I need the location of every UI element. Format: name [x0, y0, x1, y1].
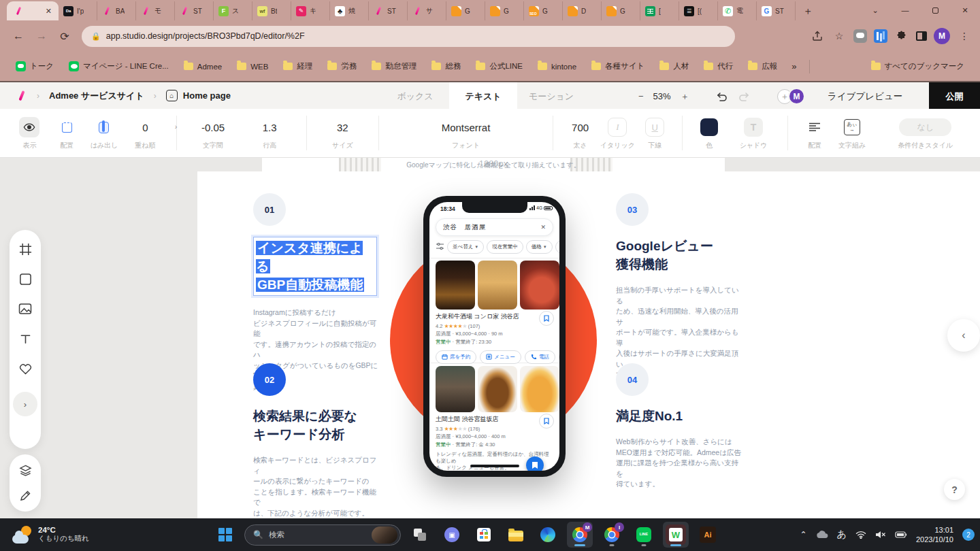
- line-taskbar-icon[interactable]: [631, 522, 657, 548]
- taskbar-weather-widget[interactable]: 24°C くもりのち晴れ: [7, 518, 95, 551]
- bookmark-item[interactable]: 経理: [277, 58, 318, 76]
- inspector-フォント[interactable]: Montserratフォント: [387, 109, 544, 157]
- bookmark-item[interactable]: kintone: [532, 58, 583, 76]
- taskview-taskbar-icon[interactable]: [407, 522, 433, 548]
- inspector-はみ出し[interactable]: はみ出し: [86, 109, 123, 157]
- bookmark-item[interactable]: トーク: [10, 58, 60, 76]
- browser-tab[interactable]: BA: [97, 1, 136, 20]
- bookmark-item[interactable]: Admee: [178, 58, 228, 76]
- illustrator-taskbar-icon[interactable]: Ai: [695, 522, 721, 548]
- bookmarks-overflow-button[interactable]: »: [786, 61, 802, 71]
- share-icon[interactable]: [810, 29, 825, 44]
- warm-interior-photo[interactable]: [478, 261, 517, 310]
- collaborator-avatar[interactable]: M: [788, 88, 805, 105]
- browser-tab[interactable]: ♣焼: [330, 1, 369, 20]
- volume-muted-icon[interactable]: [875, 531, 886, 539]
- browser-tab[interactable]: 電: [718, 1, 757, 20]
- browser-tab[interactable]: DaI'p: [59, 1, 97, 20]
- bookmark-item[interactable]: 労務: [321, 58, 363, 76]
- w-app-taskbar-icon[interactable]: W: [663, 522, 689, 548]
- color-swatch[interactable]: [700, 118, 718, 136]
- filter-icon[interactable]: [436, 241, 444, 253]
- bookmark-item[interactable]: 総務: [425, 58, 467, 76]
- 席を予約-button[interactable]: 席を予約: [436, 350, 476, 364]
- zoom-in-button[interactable]: ＋: [681, 90, 689, 103]
- inspector-条件付きスタイル[interactable]: なし条件付きスタイル: [870, 109, 980, 157]
- tab-close-icon[interactable]: ✕: [46, 7, 52, 16]
- inspector-下線[interactable]: U下線: [636, 109, 674, 157]
- extensions-puzzle-icon[interactable]: [894, 29, 909, 44]
- browser-tab[interactable]: サ: [408, 1, 446, 20]
- bookmark-item[interactable]: 広報: [742, 58, 783, 76]
- inspector-重ね順[interactable]: 0重ね順›: [122, 109, 167, 157]
- browser-tab[interactable]: モ: [136, 1, 175, 20]
- feature-title[interactable]: 検索結果に必要なキーワード分析: [253, 407, 380, 444]
- feature-section-01[interactable]: 01インスタ連携によるGBP自動投稿機能Instagramに投稿するだけビジネス…: [253, 193, 380, 392]
- chrome-taskbar-icon[interactable]: M: [567, 522, 593, 548]
- reload-icon[interactable]: ⟳: [54, 26, 75, 46]
- chat-taskbar-icon[interactable]: ▣: [439, 522, 465, 548]
- browser-tab[interactable]: D: [563, 1, 602, 20]
- pencil-icon[interactable]: [18, 489, 32, 503]
- browser-tab-active[interactable]: ✕: [7, 1, 59, 20]
- minimize-button[interactable]: —: [890, 0, 920, 20]
- close-button[interactable]: ✕: [950, 0, 980, 20]
- conditional-style-pill[interactable]: なし: [899, 118, 951, 136]
- bookmark-item[interactable]: 公式LINE: [470, 58, 529, 76]
- live-preview-button[interactable]: ライブプレビュー: [828, 82, 902, 110]
- breadcrumb-page[interactable]: Home page: [183, 90, 231, 101]
- redo-button[interactable]: [738, 91, 750, 101]
- browser-tab[interactable]: G: [602, 1, 640, 20]
- inspector-文字組み[interactable]: あぃ→文字組み: [834, 109, 871, 157]
- url-bar[interactable]: 🔒 app.studio.design/projects/BRO3Pbd7qD/…: [82, 26, 735, 47]
- frame-tool-icon[interactable]: [18, 242, 32, 256]
- line-extension-icon[interactable]: [853, 29, 867, 43]
- design-canvas[interactable]: 1280px Googleマップに特化した機能を全て取り揃えています。 01イン…: [0, 158, 980, 518]
- zoom-out-button[interactable]: −: [638, 91, 644, 101]
- mode-tab-ボックス[interactable]: ボックス: [381, 82, 449, 110]
- image-tool-icon[interactable]: [18, 302, 32, 316]
- map-location-fab[interactable]: [526, 456, 544, 471]
- feature-title[interactable]: インスタ連携によるGBP自動投稿機能: [253, 237, 377, 296]
- explorer-taskbar-icon[interactable]: [503, 522, 529, 548]
- onedrive-icon[interactable]: [816, 531, 828, 539]
- ime-indicator[interactable]: あ: [837, 529, 847, 541]
- phone-mockup[interactable]: 18:34 4G 渋谷 居酒屋 ✕ 並べ替え▼現在営業中価格▼高評価 大衆和牛酒…: [423, 196, 566, 477]
- inspector-value[interactable]: 700: [572, 122, 589, 133]
- bookmark-item[interactable]: 各種サイト: [585, 58, 651, 76]
- mode-tab-モーション[interactable]: モーション: [517, 82, 585, 110]
- filter-chip[interactable]: 並べ替え▼: [447, 240, 484, 254]
- store-taskbar-icon[interactable]: [471, 522, 497, 548]
- save-place-button[interactable]: [539, 311, 554, 326]
- busy-interior-photo[interactable]: [436, 366, 475, 412]
- publish-button[interactable]: 公開: [929, 82, 980, 110]
- inspector-行高[interactable]: 1.3行高: [242, 109, 298, 157]
- tab-search-caret[interactable]: ⌄: [860, 0, 890, 20]
- feature-section-04[interactable]: 04満足度No.1Web制作からサイト改善、さらにはMEO運用まで対応可能。Ad…: [616, 363, 742, 490]
- box-tool-icon[interactable]: [18, 272, 32, 286]
- undo-button[interactable]: [716, 91, 728, 101]
- feature-body-text[interactable]: Web制作からサイト改善、さらにはMEO運用まで対応可能。Admeeは広告運用に…: [616, 437, 742, 490]
- bookmark-item[interactable]: マイページ - LINE Cre...: [63, 58, 175, 76]
- inspector-表示[interactable]: 表示: [11, 109, 48, 157]
- browser-tab[interactable]: ☰[(: [679, 1, 718, 20]
- メニュー-button[interactable]: メニュー: [480, 350, 521, 364]
- izakaya-night-storefront-photo[interactable]: [436, 261, 475, 310]
- layers-icon[interactable]: [18, 463, 32, 477]
- breadcrumb-project[interactable]: Admee サービスサイト: [49, 90, 144, 102]
- text-tool-icon[interactable]: [18, 332, 32, 346]
- place-name[interactable]: 土間土間 渋谷宮益坂店: [436, 415, 554, 424]
- forward-icon[interactable]: →: [31, 26, 52, 46]
- all-bookmarks-button[interactable]: すべてのブックマーク: [865, 58, 970, 76]
- inspector-イタリック[interactable]: Iイタリック: [599, 109, 636, 157]
- browser-tab[interactable]: wfBt: [252, 1, 291, 20]
- feature-title[interactable]: 満足度No.1: [616, 407, 742, 425]
- feature-body-text[interactable]: 検索キーワードとは、ビジネスプロフィールの表示に繋がったキーワードのことを指しま…: [253, 455, 380, 518]
- feature-title[interactable]: Googleレビュー獲得機能: [616, 237, 742, 273]
- palette-expand-button[interactable]: ›: [13, 392, 37, 416]
- place-listing[interactable]: 大衆和牛酒場 コンロ家 渋谷店4.2★★★★★(107)居酒屋 · ¥3,000…: [436, 312, 554, 364]
- feature-section-03[interactable]: 03Googleレビュー獲得機能担当制の手厚いサポートを導入しているため、迅速な…: [616, 193, 742, 380]
- feature-section-02[interactable]: 02検索結果に必要なキーワード分析検索キーワードとは、ビジネスプロフィールの表示…: [253, 363, 380, 518]
- bookmark-item[interactable]: WEB: [231, 58, 274, 76]
- notification-badge[interactable]: 2: [962, 529, 975, 541]
